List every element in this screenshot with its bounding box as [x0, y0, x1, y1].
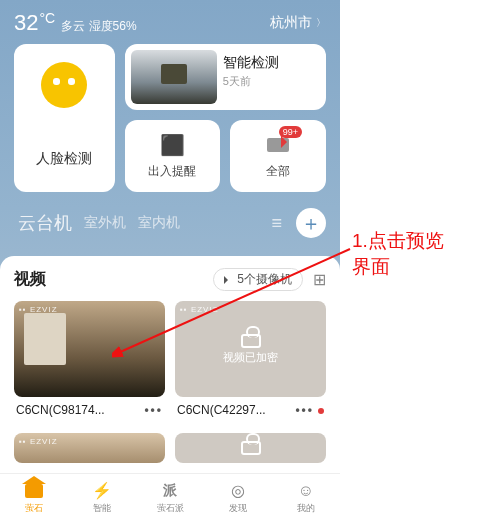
smart-icon: ⚡ [92, 481, 112, 501]
nav-smart-label: 智能 [93, 502, 111, 515]
city-name: 杭州市 [270, 14, 312, 32]
detect-meta: 智能检测 5天前 [223, 50, 279, 89]
nav-smart[interactable]: ⚡ 智能 [68, 474, 136, 521]
camera-card-2[interactable]: ▪▪ EZVIZ 视频已加密 C6CN(C42297... ••• [175, 301, 326, 423]
annotation-line1: 1.点击预览 [352, 230, 444, 251]
detect-title: 智能检测 [223, 54, 279, 72]
face-detect-card[interactable]: 人脸检测 [14, 44, 115, 192]
camera-preview-1[interactable]: ▪▪ EZVIZ [14, 301, 165, 397]
smart-detect-card[interactable]: 智能检测 5天前 [125, 44, 326, 110]
all-icon [266, 133, 290, 157]
camera-footer-2: C6CN(C42297... ••• [175, 397, 326, 423]
play-icon [224, 276, 232, 284]
video-grid: ▪▪ EZVIZ C6CN(C98174... ••• ▪▪ EZVIZ 视频已… [14, 301, 326, 463]
annotation-text: 1.点击预览 界面 [352, 228, 444, 279]
video-header: 视频 5个摄像机 ⊞ [14, 268, 326, 291]
weather-left: 32°C 多云 湿度56% [14, 10, 137, 36]
home-icon [25, 481, 43, 501]
brand-logo: ▪▪ EZVIZ [19, 305, 58, 314]
smart-cards: 人脸检测 智能检测 5天前 ⬛ 出入提醒 99+ 全部 [0, 44, 340, 192]
camera-preview-3[interactable]: ▪▪ EZVIZ [14, 433, 165, 463]
detect-subtitle: 5天前 [223, 74, 279, 89]
grid-layout-icon[interactable]: ⊞ [313, 270, 326, 289]
camera-card-1[interactable]: ▪▪ EZVIZ C6CN(C98174... ••• [14, 301, 165, 423]
city-selector[interactable]: 杭州市 〉 [270, 14, 326, 32]
video-controls: 5个摄像机 ⊞ [213, 268, 326, 291]
nav-discover[interactable]: ◎ 发现 [204, 474, 272, 521]
weather-bar: 32°C 多云 湿度56% 杭州市 〉 [0, 0, 340, 44]
brand-logo: ▪▪ EZVIZ [180, 305, 219, 314]
door-icon: ⬛ [160, 133, 184, 157]
add-button[interactable]: ＋ [296, 208, 326, 238]
camera-footer-1: C6CN(C98174... ••• [14, 397, 165, 423]
brand-logo: ▪▪ EZVIZ [19, 437, 58, 446]
camera-name-2: C6CN(C42297... [177, 403, 266, 417]
temperature: 32°C [14, 10, 55, 36]
camera-name-1: C6CN(C98174... [16, 403, 105, 417]
mini-cards: ⬛ 出入提醒 99+ 全部 [125, 120, 326, 192]
camera-count: 5个摄像机 [237, 271, 292, 288]
notification-dot [318, 408, 324, 414]
nav-mine-label: 我的 [297, 502, 315, 515]
video-section: 视频 5个摄像机 ⊞ ▪▪ EZVIZ C6CN(C98174... ••• [0, 256, 340, 473]
all-card[interactable]: 99+ 全部 [230, 120, 326, 192]
nav-pai[interactable]: 派 萤石派 [136, 474, 204, 521]
tab-ptz[interactable]: 云台机 [14, 209, 76, 237]
lock-icon [241, 334, 261, 348]
video-title: 视频 [14, 269, 46, 290]
camera-preview-2-locked[interactable]: ▪▪ EZVIZ 视频已加密 [175, 301, 326, 397]
more-with-badge[interactable]: ••• [295, 403, 324, 417]
nav-mine[interactable]: ☺ 我的 [272, 474, 340, 521]
camera-count-pill[interactable]: 5个摄像机 [213, 268, 303, 291]
bottom-nav: 萤石 ⚡ 智能 派 萤石派 ◎ 发现 ☺ 我的 [0, 473, 340, 521]
camera-card-3[interactable]: ▪▪ EZVIZ [14, 433, 165, 463]
lock-icon [241, 441, 261, 455]
nav-discover-label: 发现 [229, 502, 247, 515]
entry-alert-card[interactable]: ⬛ 出入提醒 [125, 120, 221, 192]
more-icon[interactable]: ••• [144, 403, 163, 417]
app-screen: 32°C 多云 湿度56% 杭州市 〉 人脸检测 智能检测 5天前 ⬛ 出入提醒 [0, 0, 340, 521]
nav-home-label: 萤石 [25, 502, 43, 515]
camera-card-4[interactable] [175, 433, 326, 463]
device-tabs: 云台机 室外机 室内机 ≡ ＋ [0, 192, 340, 248]
tab-indoor[interactable]: 室内机 [134, 212, 184, 234]
menu-icon[interactable]: ≡ [271, 213, 282, 234]
nav-pai-label: 萤石派 [157, 502, 184, 515]
discover-icon: ◎ [231, 481, 245, 501]
face-icon [41, 62, 87, 108]
entry-label: 出入提醒 [148, 163, 196, 180]
nav-home[interactable]: 萤石 [0, 474, 68, 521]
weather-condition: 多云 湿度56% [61, 18, 136, 35]
profile-icon: ☺ [298, 481, 314, 501]
all-label: 全部 [266, 163, 290, 180]
camera-preview-4-locked[interactable] [175, 433, 326, 463]
tab-outdoor[interactable]: 室外机 [80, 212, 130, 234]
annotation-line2: 界面 [352, 256, 390, 277]
pai-icon: 派 [163, 481, 177, 501]
detect-thumbnail [131, 50, 217, 104]
face-label: 人脸检测 [36, 150, 92, 168]
locked-label: 视频已加密 [223, 350, 278, 365]
chevron-right-icon: 〉 [316, 16, 326, 30]
